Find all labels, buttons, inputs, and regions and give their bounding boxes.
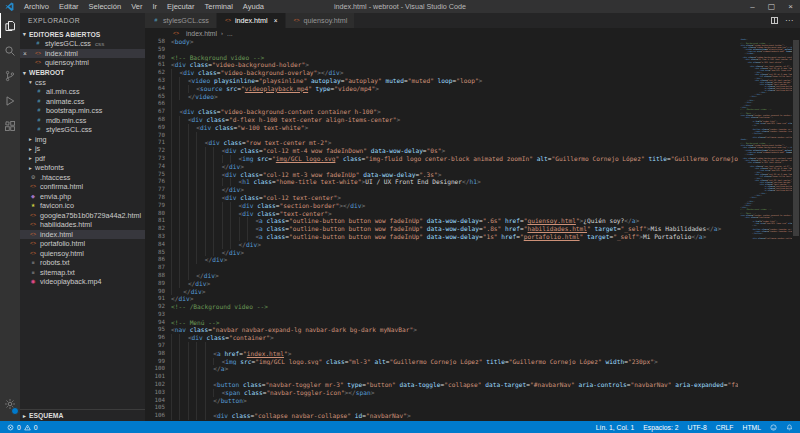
file-quiensoy-html[interactable]: <>quiensoy.html [20, 249, 145, 259]
file-animate-css[interactable]: #animate.css [20, 97, 145, 107]
code-text: <div class="col-12 mt-4 wow fadeInDown" … [171, 147, 738, 155]
source-control-icon[interactable] [0, 63, 20, 88]
menu-ir[interactable]: Ir [147, 2, 162, 11]
code-line: 66 [145, 100, 738, 108]
open-editor-index-html[interactable]: ×<>index.html [20, 49, 145, 59]
file-all-min-css[interactable]: #all.min.css [20, 87, 145, 97]
folder-webfonts[interactable]: ▸webfonts [20, 163, 145, 173]
tab-stylesgcl-css[interactable]: #stylesGCL.css [145, 13, 217, 28]
file-detail: css [95, 40, 104, 47]
menu-ejecutar[interactable]: Ejecutar [162, 2, 200, 11]
open-editor-quiensoy-html[interactable]: <>quiensoy.html [20, 58, 145, 68]
minimap[interactable]: <body><!-- Background video --><div clas… [740, 38, 792, 421]
code-text: <div class="container"> [171, 334, 738, 342]
folder-js[interactable]: ▸js [20, 144, 145, 154]
file-sitemap-txt[interactable]: ≡sitemap.txt [20, 268, 145, 278]
file-confirma-html[interactable]: <>confirma.html [20, 182, 145, 192]
file-label: webfonts [35, 163, 64, 172]
workspace-header[interactable]: ▾ WEBROOT [20, 68, 145, 78]
menu-editar[interactable]: Editar [54, 2, 84, 11]
menu-terminal[interactable]: Terminal [200, 2, 238, 11]
window-title: index.html - webroot - Visual Studio Cod… [334, 2, 466, 11]
notifications-bell-icon[interactable] [786, 424, 793, 431]
code-line: 69<div class="w-100 text-white"> [145, 124, 738, 132]
line-number: 75 [145, 171, 171, 179]
maximize-button[interactable]: ▢ [762, 0, 781, 13]
extensions-icon[interactable] [0, 113, 20, 138]
menu-ayuda[interactable]: Ayuda [238, 2, 269, 11]
file-habilidades-html[interactable]: <>habilidades.html [20, 220, 145, 230]
file-label: robots.txt [40, 258, 70, 267]
code-text: <span class="navbar-toggler-icon"></span… [171, 389, 738, 397]
code-text: <div class="row text-center mt-2"> [171, 139, 738, 147]
minimize-button[interactable]: – [743, 0, 762, 13]
file-videoplayback-mp4[interactable]: ◉videoplayback.mp4 [20, 277, 145, 287]
code-line: 87 [145, 264, 738, 272]
folder-pdf[interactable]: ▸pdf [20, 154, 145, 164]
file-mdb-min-css[interactable]: #mdb.min.css [20, 116, 145, 126]
code-line: 80<div class="text-center"> [145, 210, 738, 218]
line-number: 84 [145, 241, 171, 249]
code-editor[interactable]: 58<body>5960<!-- Background video -->61<… [145, 38, 738, 421]
file-portafolio-html[interactable]: <>portafolio.html [20, 239, 145, 249]
split-editor-icon[interactable] [771, 17, 778, 24]
chevron-down-icon: ▾ [20, 70, 29, 76]
file-index-html[interactable]: <>index.html [20, 230, 145, 240]
search-icon[interactable] [0, 38, 20, 63]
tab-quiensoy-html[interactable]: <>quiensoy.html [286, 13, 356, 28]
breadcrumb[interactable]: <> index.html › ... [145, 28, 800, 38]
open-editor-stylesgcl-css[interactable]: #stylesGCL.csscss [20, 39, 145, 49]
folder-img[interactable]: ▸img [20, 135, 145, 145]
problems-indicator[interactable]: 0 0 [7, 424, 38, 431]
open-editors-header[interactable]: ▾ EDITORES ABIERTOS [20, 29, 145, 39]
code-text [171, 373, 738, 381]
code-text: </div> [171, 163, 738, 171]
manage-gear-icon[interactable] [0, 391, 20, 416]
code-line: 64<source src="videoplayback.mp4" type="… [145, 85, 738, 93]
minimap-line: <div class="collapse navbar-collapse" id… [740, 237, 792, 239]
feedback-smiley-icon[interactable] [770, 424, 777, 431]
file-label: pdf [35, 154, 45, 163]
status-indent[interactable]: Espacios: 2 [643, 424, 678, 431]
close-icon[interactable]: × [274, 17, 278, 24]
more-actions-icon[interactable]: ⋯ [785, 17, 793, 25]
tab-index-html[interactable]: <>index.html× [217, 13, 286, 28]
status-language[interactable]: HTML [742, 424, 761, 431]
outline-section[interactable]: ▸ ESQUEMA [20, 409, 145, 421]
file-robots-txt[interactable]: ≡robots.txt [20, 258, 145, 268]
status-eol[interactable]: CRLF [716, 424, 734, 431]
code-text: <a class="outline-button button wow fade… [171, 225, 738, 233]
status-encoding[interactable]: UTF-8 [687, 424, 706, 431]
file-label: index.html [45, 49, 78, 58]
code-text [171, 342, 738, 350]
file-favicon-ico[interactable]: ★favicon.ico [20, 201, 145, 211]
scrollbar-slider[interactable] [793, 40, 799, 236]
code-text: </a> [171, 365, 738, 373]
file-bootstrap-min-css[interactable]: #bootstrap.min.css [20, 106, 145, 116]
code-text: </div> [171, 186, 738, 194]
file-envia-php[interactable]: ◆envia.php [20, 192, 145, 202]
file-label: bootstrap.min.css [46, 106, 102, 115]
line-number: 63 [145, 77, 171, 85]
close-icon[interactable]: × [23, 50, 27, 57]
line-number: 62 [145, 69, 171, 77]
folder-css[interactable]: ▾css [20, 78, 145, 88]
close-button[interactable]: × [781, 0, 800, 13]
line-number: 77 [145, 186, 171, 194]
run-debug-icon[interactable] [0, 88, 20, 113]
config-file-icon: ⚙ [29, 173, 37, 182]
editor-scrollbar[interactable] [792, 38, 800, 421]
file-googlea75b1b0b729a44a2-html[interactable]: <>googlea75b1b0b729a44a2.html [20, 211, 145, 221]
file-htaccess[interactable]: ⚙.htaccess [20, 173, 145, 183]
menu-archivo[interactable]: Archivo [19, 2, 54, 11]
code-text: <a class="outline-button button wow fade… [171, 233, 738, 241]
line-number: 60 [145, 54, 171, 62]
menu-selecci-n[interactable]: Selección [84, 2, 127, 11]
menu-ver[interactable]: Ver [126, 2, 147, 11]
code-line: 93 [145, 311, 738, 319]
status-line-col[interactable]: Lín. 1, Col. 1 [596, 424, 635, 431]
line-number: 104 [145, 397, 171, 405]
file-stylesgcl-css[interactable]: #stylesGCL.css [20, 125, 145, 135]
code-text: </div> [171, 295, 738, 303]
explorer-icon[interactable] [0, 13, 20, 38]
